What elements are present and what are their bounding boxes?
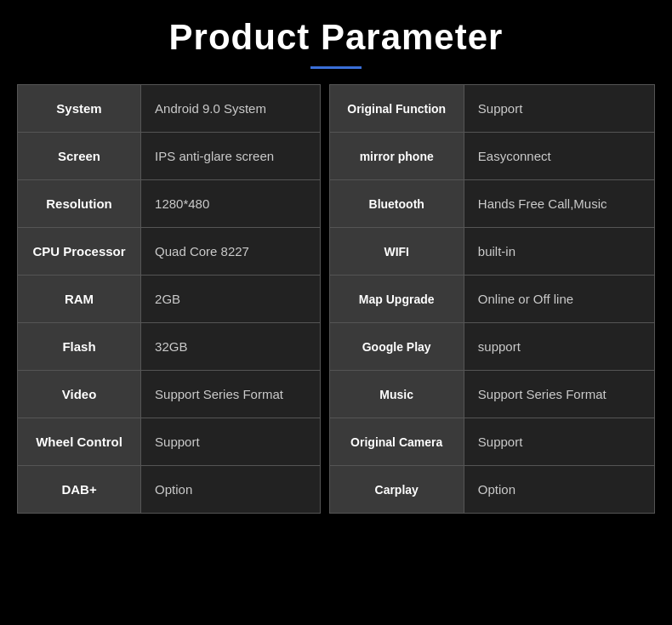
right-value-0: Support bbox=[464, 85, 654, 133]
left-label-3: CPU Processor bbox=[18, 228, 141, 276]
left-value-1: IPS anti-glare screen bbox=[141, 133, 321, 180]
separator-1 bbox=[321, 133, 330, 180]
product-table: SystemAndroid 9.0 SystemOriginal Functio… bbox=[17, 84, 655, 514]
left-label-4: RAM bbox=[18, 276, 141, 323]
right-value-5: support bbox=[464, 323, 654, 371]
right-value-7: Support bbox=[464, 418, 654, 466]
left-label-2: Resolution bbox=[18, 180, 141, 228]
left-value-3: Quad Core 8227 bbox=[141, 228, 321, 276]
left-value-8: Option bbox=[141, 466, 321, 514]
separator-2 bbox=[321, 180, 330, 228]
left-label-8: DAB+ bbox=[18, 466, 141, 514]
right-value-4: Online or Off line bbox=[464, 276, 654, 323]
right-value-8: Option bbox=[464, 466, 654, 514]
left-value-7: Support bbox=[141, 418, 321, 466]
right-label-2: Bluetooth bbox=[329, 180, 464, 228]
left-label-1: Screen bbox=[18, 133, 141, 180]
left-label-6: Video bbox=[18, 371, 141, 418]
separator-6 bbox=[321, 371, 330, 418]
right-value-6: Support Series Format bbox=[464, 371, 654, 418]
left-value-5: 32GB bbox=[141, 323, 321, 371]
right-label-7: Original Camera bbox=[329, 418, 464, 466]
separator-4 bbox=[321, 276, 330, 323]
separator-3 bbox=[321, 228, 330, 276]
separator-7 bbox=[321, 418, 330, 466]
right-label-0: Original Function bbox=[329, 85, 464, 133]
right-label-1: mirror phone bbox=[329, 133, 464, 180]
separator-0 bbox=[321, 85, 330, 133]
left-value-4: 2GB bbox=[141, 276, 321, 323]
right-value-2: Hands Free Call,Music bbox=[464, 180, 654, 228]
right-value-1: Easyconnect bbox=[464, 133, 654, 180]
separator-5 bbox=[321, 323, 330, 371]
right-label-4: Map Upgrade bbox=[329, 276, 464, 323]
left-value-0: Android 9.0 System bbox=[141, 85, 321, 133]
right-label-6: Music bbox=[329, 371, 464, 418]
right-value-3: built-in bbox=[464, 228, 654, 276]
title-underline bbox=[310, 66, 362, 69]
left-label-5: Flash bbox=[18, 323, 141, 371]
right-label-8: Carplay bbox=[329, 466, 464, 514]
separator-8 bbox=[321, 466, 330, 514]
left-label-7: Wheel Control bbox=[18, 418, 141, 466]
left-value-2: 1280*480 bbox=[141, 180, 321, 228]
page-wrapper: Product Parameter SystemAndroid 9.0 Syst… bbox=[0, 0, 672, 625]
left-label-0: System bbox=[18, 85, 141, 133]
right-label-5: Google Play bbox=[329, 323, 464, 371]
left-value-6: Support Series Format bbox=[141, 371, 321, 418]
right-label-3: WIFI bbox=[329, 228, 464, 276]
page-title: Product Parameter bbox=[169, 17, 504, 58]
